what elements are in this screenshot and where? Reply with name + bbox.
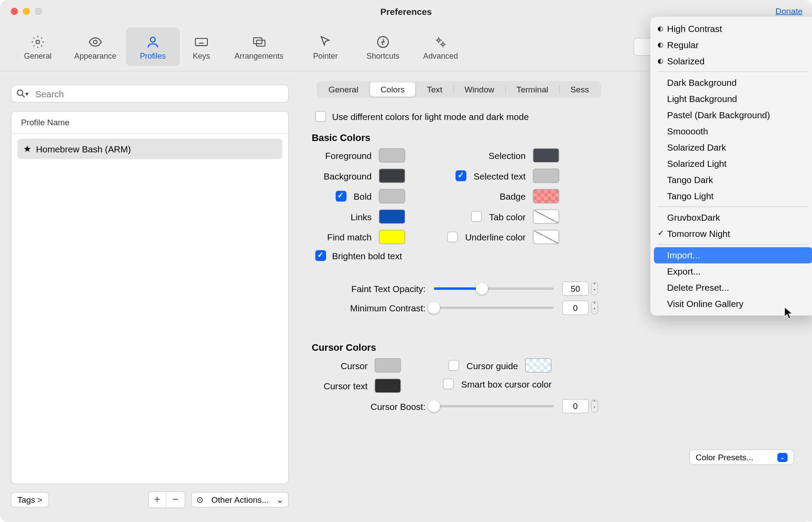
tab-general[interactable]: General bbox=[11, 28, 65, 66]
add-profile-button[interactable]: + bbox=[149, 492, 167, 508]
preset-delete[interactable]: Delete Preset... bbox=[654, 279, 812, 296]
cursor-text-color-swatch[interactable] bbox=[375, 378, 401, 393]
bold-color-swatch[interactable] bbox=[379, 189, 405, 204]
preset-export[interactable]: Export... bbox=[654, 263, 812, 279]
preset-gruvbox-dark[interactable]: GruvboxDark bbox=[654, 209, 812, 226]
svg-rect-3 bbox=[196, 38, 207, 45]
close-window-button[interactable] bbox=[11, 8, 18, 15]
svg-point-2 bbox=[150, 37, 155, 42]
subtab-general[interactable]: General bbox=[318, 82, 369, 97]
min-contrast-stepper[interactable]: ˄˅ bbox=[591, 301, 598, 314]
tab-appearance[interactable]: Appearance bbox=[68, 28, 122, 66]
subtab-colors[interactable]: Colors bbox=[370, 82, 416, 97]
profiles-sidebar: ▾ Profile Name ★ Homebrew Bash (ARM) Tag… bbox=[0, 71, 300, 522]
pointer-icon bbox=[318, 33, 332, 50]
svg-point-7 bbox=[438, 39, 440, 41]
min-contrast-input[interactable] bbox=[562, 300, 588, 315]
background-color-swatch[interactable] bbox=[379, 169, 405, 183]
faint-opacity-stepper[interactable]: ˄˅ bbox=[591, 282, 598, 295]
chevron-down-icon[interactable]: ▾ bbox=[25, 91, 28, 97]
preset-tango-dark[interactable]: Tango Dark bbox=[654, 172, 812, 188]
cursor-guide-color-swatch[interactable] bbox=[525, 358, 551, 373]
preset-tomorrow-night[interactable]: ✓Tomorrow Night bbox=[654, 226, 812, 242]
faint-opacity-input[interactable] bbox=[562, 282, 588, 296]
min-contrast-slider[interactable] bbox=[434, 307, 554, 309]
remove-profile-button[interactable]: − bbox=[167, 492, 185, 508]
foreground-color-swatch[interactable] bbox=[379, 148, 405, 162]
preset-regular[interactable]: ◐Regular bbox=[654, 37, 812, 53]
star-icon: ★ bbox=[23, 143, 31, 154]
brighten-bold-checkbox[interactable] bbox=[315, 250, 326, 261]
tab-advanced[interactable]: Advanced bbox=[413, 28, 467, 66]
tab-color-checkbox[interactable] bbox=[471, 211, 482, 222]
svg-rect-4 bbox=[254, 38, 262, 44]
preset-dark-background[interactable]: Dark Background bbox=[654, 74, 812, 91]
svg-rect-5 bbox=[256, 40, 265, 46]
underline-color-swatch[interactable] bbox=[533, 230, 559, 244]
preset-visit-gallery[interactable]: Visit Online Gallery bbox=[654, 296, 812, 312]
svg-point-8 bbox=[442, 43, 444, 45]
gears-icon bbox=[434, 33, 448, 50]
preset-light-background[interactable]: Light Background bbox=[654, 91, 812, 107]
gear-icon bbox=[31, 33, 45, 50]
selection-color-swatch[interactable] bbox=[533, 148, 559, 162]
tab-keys[interactable]: Keys bbox=[183, 28, 219, 66]
use-different-colors-label: Use different colors for light mode and … bbox=[332, 111, 529, 121]
subtab-session[interactable]: Sess bbox=[560, 82, 600, 97]
tab-pointer[interactable]: Pointer bbox=[298, 28, 352, 66]
svg-point-0 bbox=[36, 40, 39, 43]
preset-smooooth[interactable]: Smooooth bbox=[654, 123, 812, 139]
keyboard-icon bbox=[194, 33, 209, 50]
color-presets-button[interactable]: Color Presets... ⌄ bbox=[689, 449, 794, 465]
color-presets-menu: ◐High Contrast ◐Regular ◐Solarized Dark … bbox=[650, 17, 812, 315]
selected-text-checkbox[interactable] bbox=[456, 170, 467, 181]
smart-box-checkbox[interactable] bbox=[443, 378, 454, 389]
eye-icon bbox=[88, 33, 102, 50]
profile-row[interactable]: ★ Homebrew Bash (ARM) bbox=[18, 138, 283, 159]
preset-pastel[interactable]: Pastel (Dark Background) bbox=[654, 107, 812, 123]
profile-tab-strip: General Colors Text Window Terminal Sess bbox=[316, 81, 601, 98]
badge-color-swatch[interactable] bbox=[533, 189, 559, 204]
find-match-color-swatch[interactable] bbox=[379, 230, 405, 244]
tab-arrangements[interactable]: Arrangements bbox=[223, 28, 295, 66]
preset-high-contrast[interactable]: ◐High Contrast bbox=[654, 21, 812, 37]
chevron-down-icon: ⌄ bbox=[276, 495, 284, 504]
cursor-guide-checkbox[interactable] bbox=[448, 360, 459, 371]
faint-opacity-slider[interactable] bbox=[434, 287, 554, 289]
subtab-window[interactable]: Window bbox=[454, 82, 505, 97]
cursor-color-swatch[interactable] bbox=[375, 358, 401, 373]
preset-import[interactable]: Import... bbox=[654, 247, 812, 263]
zoom-window-button[interactable] bbox=[35, 8, 42, 15]
preset-solarized-light[interactable]: Solarized Light bbox=[654, 155, 812, 172]
cursor-boost-slider[interactable] bbox=[434, 405, 554, 407]
subtab-terminal[interactable]: Terminal bbox=[506, 82, 559, 97]
bold-checkbox[interactable] bbox=[336, 191, 346, 202]
preset-tango-light[interactable]: Tango Light bbox=[654, 188, 812, 204]
subtab-text[interactable]: Text bbox=[416, 82, 453, 97]
selected-text-color-swatch[interactable] bbox=[533, 169, 559, 183]
use-different-colors-checkbox[interactable] bbox=[315, 111, 326, 122]
shortcuts-icon bbox=[376, 33, 390, 50]
tags-button[interactable]: Tags > bbox=[11, 492, 49, 508]
chevron-down-icon: ⌄ bbox=[777, 453, 788, 462]
person-icon bbox=[146, 33, 160, 50]
donate-link[interactable]: Donate bbox=[776, 6, 803, 16]
windows-icon bbox=[252, 33, 266, 50]
cursor-boost-stepper[interactable]: ˄˅ bbox=[591, 399, 598, 413]
profile-search-input[interactable] bbox=[11, 85, 289, 102]
preset-solarized-dark[interactable]: Solarized Dark bbox=[654, 139, 812, 155]
cursor-boost-input[interactable] bbox=[562, 399, 588, 413]
other-actions-dropdown[interactable]: ⊙ Other Actions... ⌄ bbox=[191, 492, 289, 508]
tab-color-swatch[interactable] bbox=[533, 209, 559, 224]
preset-solarized[interactable]: ◐Solarized bbox=[654, 53, 812, 69]
minimize-window-button[interactable] bbox=[23, 8, 30, 15]
tab-shortcuts[interactable]: Shortcuts bbox=[356, 28, 410, 66]
profile-name: Homebrew Bash (ARM) bbox=[36, 144, 131, 154]
underline-color-checkbox[interactable] bbox=[447, 232, 458, 243]
tab-profiles[interactable]: Profiles bbox=[126, 28, 180, 66]
profile-list: Profile Name ★ Homebrew Bash (ARM) bbox=[11, 111, 289, 484]
svg-point-10 bbox=[18, 90, 23, 95]
links-color-swatch[interactable] bbox=[379, 209, 405, 224]
window-title: Preferences bbox=[380, 6, 432, 16]
cursor-colors-heading: Cursor Colors bbox=[312, 342, 800, 353]
